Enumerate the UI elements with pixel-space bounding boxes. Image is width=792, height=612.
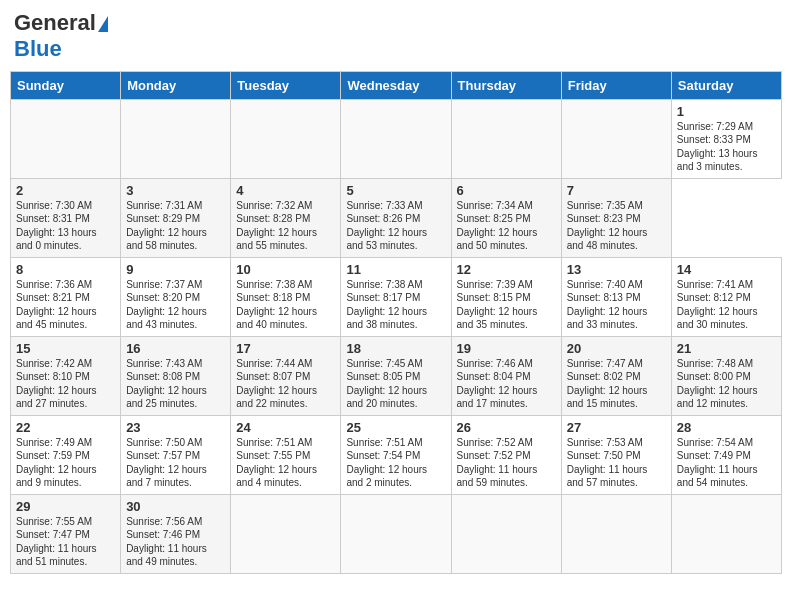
day-cell-27: 27Sunrise: 7:53 AMSunset: 7:50 PMDayligh… (561, 415, 671, 494)
calendar-week-1: 2Sunrise: 7:30 AMSunset: 8:31 PMDaylight… (11, 178, 782, 257)
day-number: 10 (236, 262, 335, 277)
day-cell-22: 22Sunrise: 7:49 AMSunset: 7:59 PMDayligh… (11, 415, 121, 494)
day-cell-10: 10Sunrise: 7:38 AMSunset: 8:18 PMDayligh… (231, 257, 341, 336)
day-info: Sunrise: 7:34 AMSunset: 8:25 PMDaylight:… (457, 199, 556, 253)
day-header-saturday: Saturday (671, 71, 781, 99)
day-cell-26: 26Sunrise: 7:52 AMSunset: 7:52 PMDayligh… (451, 415, 561, 494)
day-info: Sunrise: 7:52 AMSunset: 7:52 PMDaylight:… (457, 436, 556, 490)
empty-cell (121, 99, 231, 178)
day-cell-11: 11Sunrise: 7:38 AMSunset: 8:17 PMDayligh… (341, 257, 451, 336)
empty-cell (671, 494, 781, 573)
day-cell-29: 29Sunrise: 7:55 AMSunset: 7:47 PMDayligh… (11, 494, 121, 573)
day-info: Sunrise: 7:38 AMSunset: 8:18 PMDaylight:… (236, 278, 335, 332)
calendar-week-0: 1Sunrise: 7:29 AMSunset: 8:33 PMDaylight… (11, 99, 782, 178)
day-cell-5: 5Sunrise: 7:33 AMSunset: 8:26 PMDaylight… (341, 178, 451, 257)
day-number: 6 (457, 183, 556, 198)
day-cell-25: 25Sunrise: 7:51 AMSunset: 7:54 PMDayligh… (341, 415, 451, 494)
day-cell-13: 13Sunrise: 7:40 AMSunset: 8:13 PMDayligh… (561, 257, 671, 336)
day-cell-17: 17Sunrise: 7:44 AMSunset: 8:07 PMDayligh… (231, 336, 341, 415)
day-cell-15: 15Sunrise: 7:42 AMSunset: 8:10 PMDayligh… (11, 336, 121, 415)
day-number: 18 (346, 341, 445, 356)
day-info: Sunrise: 7:29 AMSunset: 8:33 PMDaylight:… (677, 120, 776, 174)
empty-cell (341, 99, 451, 178)
calendar-header-row: SundayMondayTuesdayWednesdayThursdayFrid… (11, 71, 782, 99)
day-number: 15 (16, 341, 115, 356)
day-number: 28 (677, 420, 776, 435)
day-number: 17 (236, 341, 335, 356)
day-cell-2: 2Sunrise: 7:30 AMSunset: 8:31 PMDaylight… (11, 178, 121, 257)
day-info: Sunrise: 7:47 AMSunset: 8:02 PMDaylight:… (567, 357, 666, 411)
day-info: Sunrise: 7:51 AMSunset: 7:55 PMDaylight:… (236, 436, 335, 490)
day-header-tuesday: Tuesday (231, 71, 341, 99)
day-number: 2 (16, 183, 115, 198)
day-number: 29 (16, 499, 115, 514)
day-info: Sunrise: 7:42 AMSunset: 8:10 PMDaylight:… (16, 357, 115, 411)
day-cell-23: 23Sunrise: 7:50 AMSunset: 7:57 PMDayligh… (121, 415, 231, 494)
day-cell-14: 14Sunrise: 7:41 AMSunset: 8:12 PMDayligh… (671, 257, 781, 336)
calendar-body: 1Sunrise: 7:29 AMSunset: 8:33 PMDaylight… (11, 99, 782, 573)
day-info: Sunrise: 7:45 AMSunset: 8:05 PMDaylight:… (346, 357, 445, 411)
day-number: 20 (567, 341, 666, 356)
day-info: Sunrise: 7:32 AMSunset: 8:28 PMDaylight:… (236, 199, 335, 253)
calendar-week-5: 29Sunrise: 7:55 AMSunset: 7:47 PMDayligh… (11, 494, 782, 573)
day-cell-20: 20Sunrise: 7:47 AMSunset: 8:02 PMDayligh… (561, 336, 671, 415)
day-info: Sunrise: 7:31 AMSunset: 8:29 PMDaylight:… (126, 199, 225, 253)
logo: General Blue (14, 10, 108, 63)
empty-cell (561, 99, 671, 178)
day-info: Sunrise: 7:48 AMSunset: 8:00 PMDaylight:… (677, 357, 776, 411)
day-number: 21 (677, 341, 776, 356)
empty-cell (341, 494, 451, 573)
day-number: 7 (567, 183, 666, 198)
empty-cell (451, 494, 561, 573)
empty-cell (561, 494, 671, 573)
day-info: Sunrise: 7:36 AMSunset: 8:21 PMDaylight:… (16, 278, 115, 332)
day-number: 30 (126, 499, 225, 514)
day-number: 19 (457, 341, 556, 356)
day-cell-8: 8Sunrise: 7:36 AMSunset: 8:21 PMDaylight… (11, 257, 121, 336)
empty-cell (231, 494, 341, 573)
calendar-week-2: 8Sunrise: 7:36 AMSunset: 8:21 PMDaylight… (11, 257, 782, 336)
day-cell-7: 7Sunrise: 7:35 AMSunset: 8:23 PMDaylight… (561, 178, 671, 257)
day-info: Sunrise: 7:39 AMSunset: 8:15 PMDaylight:… (457, 278, 556, 332)
day-cell-16: 16Sunrise: 7:43 AMSunset: 8:08 PMDayligh… (121, 336, 231, 415)
day-number: 3 (126, 183, 225, 198)
day-header-friday: Friday (561, 71, 671, 99)
day-number: 8 (16, 262, 115, 277)
day-info: Sunrise: 7:38 AMSunset: 8:17 PMDaylight:… (346, 278, 445, 332)
day-info: Sunrise: 7:46 AMSunset: 8:04 PMDaylight:… (457, 357, 556, 411)
day-number: 9 (126, 262, 225, 277)
calendar-week-4: 22Sunrise: 7:49 AMSunset: 7:59 PMDayligh… (11, 415, 782, 494)
day-number: 12 (457, 262, 556, 277)
day-info: Sunrise: 7:54 AMSunset: 7:49 PMDaylight:… (677, 436, 776, 490)
day-number: 1 (677, 104, 776, 119)
day-info: Sunrise: 7:44 AMSunset: 8:07 PMDaylight:… (236, 357, 335, 411)
day-number: 11 (346, 262, 445, 277)
day-cell-12: 12Sunrise: 7:39 AMSunset: 8:15 PMDayligh… (451, 257, 561, 336)
day-number: 5 (346, 183, 445, 198)
day-cell-1: 1Sunrise: 7:29 AMSunset: 8:33 PMDaylight… (671, 99, 781, 178)
day-info: Sunrise: 7:50 AMSunset: 7:57 PMDaylight:… (126, 436, 225, 490)
empty-cell (451, 99, 561, 178)
day-number: 14 (677, 262, 776, 277)
day-number: 13 (567, 262, 666, 277)
day-cell-6: 6Sunrise: 7:34 AMSunset: 8:25 PMDaylight… (451, 178, 561, 257)
calendar-week-3: 15Sunrise: 7:42 AMSunset: 8:10 PMDayligh… (11, 336, 782, 415)
day-number: 4 (236, 183, 335, 198)
day-info: Sunrise: 7:56 AMSunset: 7:46 PMDaylight:… (126, 515, 225, 569)
day-cell-18: 18Sunrise: 7:45 AMSunset: 8:05 PMDayligh… (341, 336, 451, 415)
day-number: 24 (236, 420, 335, 435)
empty-cell (231, 99, 341, 178)
day-info: Sunrise: 7:40 AMSunset: 8:13 PMDaylight:… (567, 278, 666, 332)
day-cell-9: 9Sunrise: 7:37 AMSunset: 8:20 PMDaylight… (121, 257, 231, 336)
page-header: General Blue (10, 10, 782, 63)
day-info: Sunrise: 7:30 AMSunset: 8:31 PMDaylight:… (16, 199, 115, 253)
day-header-thursday: Thursday (451, 71, 561, 99)
day-info: Sunrise: 7:33 AMSunset: 8:26 PMDaylight:… (346, 199, 445, 253)
day-number: 23 (126, 420, 225, 435)
day-cell-24: 24Sunrise: 7:51 AMSunset: 7:55 PMDayligh… (231, 415, 341, 494)
day-cell-28: 28Sunrise: 7:54 AMSunset: 7:49 PMDayligh… (671, 415, 781, 494)
day-header-monday: Monday (121, 71, 231, 99)
day-number: 25 (346, 420, 445, 435)
day-number: 27 (567, 420, 666, 435)
day-cell-3: 3Sunrise: 7:31 AMSunset: 8:29 PMDaylight… (121, 178, 231, 257)
